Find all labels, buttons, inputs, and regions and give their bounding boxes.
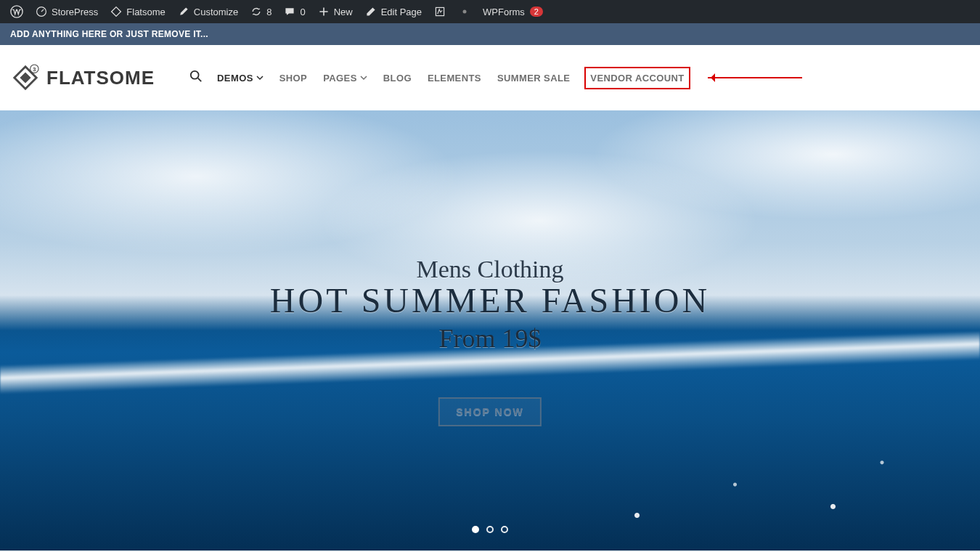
search-icon (189, 70, 203, 86)
dashboard-icon (35, 5, 48, 18)
admin-updates[interactable]: 8 (244, 0, 277, 23)
admin-new[interactable]: New (311, 0, 359, 23)
pencil-icon (364, 5, 377, 18)
nav-item-label: PAGES (323, 73, 357, 84)
admin-site-label: StorePress (52, 7, 98, 17)
hero-content: Mens Clothing HOT SUMMER FASHION From 19… (270, 256, 710, 426)
nav-demos[interactable]: DEMOS (216, 68, 265, 88)
admin-wpforms-badge: 2 (530, 7, 543, 17)
nav-pages[interactable]: PAGES (322, 68, 369, 88)
nav-elements[interactable]: ELEMENTS (426, 68, 483, 88)
logo-mark-icon: 3 (12, 64, 39, 92)
chevron-down-icon (256, 73, 264, 84)
nav-item-label: ELEMENTS (428, 73, 481, 84)
slider-dot-2[interactable] (486, 526, 494, 533)
admin-customize-label: Customize (194, 7, 238, 17)
admin-updates-count: 8 (266, 7, 271, 17)
slider-dots (472, 526, 508, 533)
hero-slider: Mens Clothing HOT SUMMER FASHION From 19… (0, 110, 980, 551)
admin-status-dot[interactable] (452, 0, 477, 23)
admin-edit-label: Edit Page (381, 7, 422, 17)
dot-icon (458, 5, 471, 18)
nav-vendor-account[interactable]: VENDOR ACCOUNT (584, 67, 690, 89)
slider-dot-3[interactable] (501, 526, 508, 533)
main-nav: DEMOS SHOP PAGES BLOG ELEMENTS SUMMER SA… (189, 67, 802, 89)
refresh-icon (250, 5, 263, 18)
top-notice-bar: ADD ANYTHING HERE OR JUST REMOVE IT... (0, 23, 980, 45)
admin-comments[interactable]: 0 (277, 0, 311, 23)
admin-theme-label: Flatsome (126, 7, 165, 17)
flatsome-icon (110, 5, 123, 18)
admin-uxbuilder[interactable] (428, 0, 452, 23)
wp-logo[interactable] (4, 0, 29, 23)
shop-now-button[interactable]: SHOP NOW (438, 397, 542, 426)
svg-point-3 (463, 10, 467, 14)
hero-price-line: From 19$ (270, 323, 710, 354)
wordpress-icon (10, 5, 23, 18)
top-notice-text: ADD ANYTHING HERE OR JUST REMOVE IT... (10, 29, 208, 39)
hero-cta-label: SHOP NOW (456, 406, 524, 418)
admin-customize-link[interactable]: Customize (171, 0, 244, 23)
svg-point-6 (191, 71, 199, 79)
nav-item-label: SUMMER SALE (497, 73, 570, 84)
logo-text: FLATSOME (46, 67, 155, 89)
search-button[interactable] (189, 70, 203, 86)
ux-icon (433, 5, 446, 18)
admin-wpforms-label: WPForms (483, 7, 525, 17)
admin-comments-count: 0 (300, 7, 305, 17)
nav-summer-sale[interactable]: SUMMER SALE (496, 68, 571, 88)
brush-icon (177, 5, 190, 18)
nav-shop[interactable]: SHOP (278, 68, 309, 88)
svg-text:3: 3 (33, 66, 36, 73)
admin-wpforms[interactable]: WPForms 2 (477, 0, 549, 23)
slider-dot-1[interactable] (472, 526, 479, 533)
nav-item-label: SHOP (279, 73, 307, 84)
admin-new-label: New (334, 7, 353, 17)
wp-admin-bar: StorePress Flatsome Customize 8 0 New (0, 0, 980, 23)
annotation-arrow (708, 77, 802, 78)
nav-item-label: VENDOR ACCOUNT (590, 73, 684, 84)
admin-theme-link[interactable]: Flatsome (104, 0, 171, 23)
site-logo[interactable]: 3 FLATSOME (12, 64, 155, 92)
plus-icon (317, 5, 330, 18)
svg-point-0 (11, 6, 23, 17)
chevron-down-icon (360, 73, 367, 84)
admin-edit-page[interactable]: Edit Page (359, 0, 428, 23)
admin-site-link[interactable]: StorePress (29, 0, 104, 23)
site-header: 3 FLATSOME DEMOS SHOP PAGES BLOG ELEMENT… (0, 45, 980, 110)
nav-item-label: DEMOS (217, 73, 253, 84)
comment-icon (283, 5, 296, 18)
hero-subtitle: Mens Clothing (270, 256, 710, 283)
hero-title: HOT SUMMER FASHION (270, 280, 710, 320)
nav-blog[interactable]: BLOG (382, 68, 413, 88)
nav-item-label: BLOG (383, 73, 412, 84)
